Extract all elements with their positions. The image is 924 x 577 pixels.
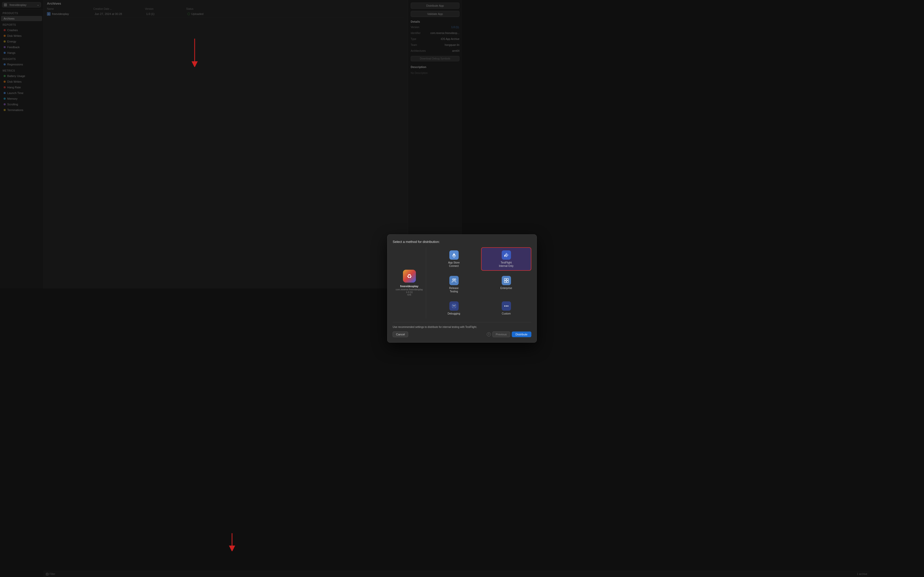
app-bundle: com.reverse.freevideoplay	[396, 288, 423, 288]
modal-body: ♻ freevideoplay com.reverse.freevideopla…	[393, 247, 462, 288]
distribution-options: App StoreConnect TestFlightInternal Only	[429, 247, 462, 288]
modal-overlay: Select a method for distribution:	[0, 0, 462, 288]
svg-text:♻: ♻	[407, 273, 412, 279]
app-icon-large: ♻	[403, 270, 416, 282]
svg-point-4	[454, 279, 456, 280]
option-app-store-connect[interactable]: App StoreConnect	[429, 247, 462, 271]
app-store-connect-icon	[449, 250, 459, 259]
app-store-connect-label: App StoreConnect	[448, 261, 459, 268]
modal-title: Select a method for distribution:	[393, 240, 462, 244]
svg-point-3	[452, 279, 454, 280]
release-testing-label: ReleaseTesting	[449, 287, 459, 288]
app-name-large: freevideoplay	[400, 285, 418, 288]
option-release-testing[interactable]: ReleaseTesting	[429, 273, 462, 288]
release-testing-icon	[449, 276, 459, 285]
distribution-modal: Select a method for distribution:	[387, 234, 462, 288]
app-info-panel: ♻ freevideoplay com.reverse.freevideopla…	[393, 247, 426, 288]
